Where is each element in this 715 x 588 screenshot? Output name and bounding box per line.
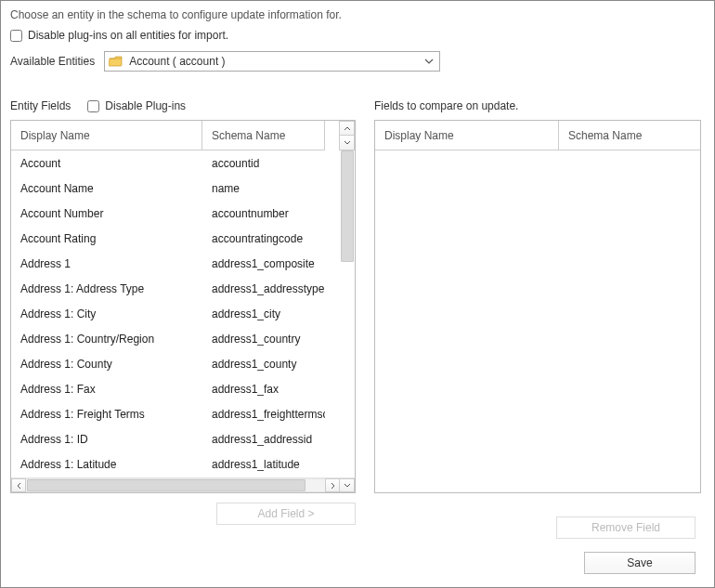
- hscroll-track[interactable]: [26, 478, 325, 492]
- disable-plugins-checkbox[interactable]: Disable Plug-ins: [87, 99, 186, 112]
- cell-schema-name: accountid: [202, 157, 325, 170]
- cell-display-name: Address 1: Country/Region: [11, 333, 202, 346]
- chevron-down-icon: [421, 59, 437, 64]
- cell-schema-name: address1_freighttermscod: [202, 408, 325, 421]
- cell-schema-name: accountratingcode: [202, 232, 325, 245]
- scroll-down-small-icon[interactable]: [339, 136, 355, 150]
- entity-fields-list: Display Name Schema Name: [10, 120, 356, 493]
- col-display-name[interactable]: Display Name: [375, 121, 559, 150]
- entity-selector-row: Available Entities Account ( account ): [10, 51, 705, 72]
- cell-schema-name: accountnumber: [202, 207, 325, 220]
- col-schema-name[interactable]: Schema Name: [559, 121, 700, 150]
- folder-icon: [109, 55, 124, 68]
- cell-schema-name: address1_country: [202, 333, 325, 346]
- cell-schema-name: address1_latitude: [202, 458, 325, 471]
- cell-display-name: Address 1: Fax: [11, 383, 202, 396]
- disable-all-plugins-label: Disable plug-ins on all entities for imp…: [28, 29, 228, 42]
- columns: Entity Fields Disable Plug-ins Display N…: [10, 98, 705, 525]
- table-row[interactable]: Address 1: Latitudeaddress1_latitude: [11, 451, 355, 477]
- cell-display-name: Address 1: Latitude: [11, 458, 202, 471]
- table-row[interactable]: Account Ratingaccountratingcode: [11, 226, 355, 251]
- cell-display-name: Address 1: City: [11, 307, 202, 320]
- entity-combobox[interactable]: Account ( account ): [104, 51, 440, 72]
- entity-fields-list-header: Display Name Schema Name: [11, 121, 355, 150]
- save-button[interactable]: Save: [584, 552, 696, 574]
- table-row[interactable]: Accountaccountid: [11, 150, 355, 176]
- scroll-up-icon[interactable]: [339, 121, 355, 136]
- entity-fields-vscroll: [339, 121, 355, 150]
- cell-display-name: Account Name: [11, 182, 202, 195]
- table-row[interactable]: Address 1: Freight Termsaddress1_freight…: [11, 401, 355, 426]
- cell-schema-name: address1_city: [202, 307, 325, 320]
- add-field-button-row: Add Field >: [10, 503, 356, 525]
- cell-display-name: Address 1: ID: [11, 433, 202, 446]
- cell-schema-name: address1_composite: [202, 257, 325, 270]
- hscroll-thumb[interactable]: [27, 479, 306, 491]
- hscroll-left-icon[interactable]: [11, 478, 26, 492]
- cell-display-name: Address 1: [11, 257, 202, 270]
- disable-all-plugins-checkbox[interactable]: Disable plug-ins on all entities for imp…: [10, 29, 705, 42]
- entity-fields-hscroll: [11, 477, 355, 492]
- disable-plugins-input[interactable]: [87, 100, 99, 112]
- table-row[interactable]: Address 1: IDaddress1_addressid: [11, 426, 355, 451]
- table-row[interactable]: Account Namename: [11, 176, 355, 201]
- table-row[interactable]: Account Numberaccountnumber: [11, 201, 355, 226]
- entity-fields-header: Entity Fields Disable Plug-ins: [10, 98, 356, 114]
- remove-field-button[interactable]: Remove Field: [556, 516, 696, 539]
- table-row[interactable]: Address 1: Countyaddress1_county: [11, 351, 355, 376]
- compare-fields-panel: Fields to compare on update. Display Nam…: [374, 98, 701, 493]
- entity-fields-list-body[interactable]: AccountaccountidAccount NamenameAccount …: [11, 150, 355, 477]
- compare-fields-title: Fields to compare on update.: [374, 99, 518, 112]
- cell-display-name: Address 1: County: [11, 358, 202, 371]
- cell-display-name: Address 1: Address Type: [11, 282, 202, 295]
- hscroll-right-icon[interactable]: [325, 478, 340, 492]
- disable-plugins-label: Disable Plug-ins: [105, 99, 186, 112]
- compare-fields-list: Display Name Schema Name: [374, 120, 701, 493]
- footer-buttons: Remove Field Save: [556, 516, 696, 574]
- cell-schema-name: address1_addresstypecod: [202, 282, 325, 295]
- cell-display-name: Account Number: [11, 207, 202, 220]
- table-row[interactable]: Address 1: Address Typeaddress1_addresst…: [11, 276, 355, 301]
- entity-selected-text: Account ( account ): [129, 55, 421, 68]
- compare-fields-header: Fields to compare on update.: [374, 98, 701, 114]
- hscroll-down-icon[interactable]: [340, 478, 355, 492]
- cell-display-name: Address 1: Freight Terms: [11, 408, 202, 421]
- available-entities-label: Available Entities: [10, 55, 95, 68]
- cell-schema-name: address1_addressid: [202, 433, 325, 446]
- table-row[interactable]: Address 1: Faxaddress1_fax: [11, 376, 355, 401]
- table-row[interactable]: Address 1: Cityaddress1_city: [11, 301, 355, 326]
- compare-fields-list-header: Display Name Schema Name: [375, 121, 700, 150]
- cell-schema-name: name: [202, 182, 325, 195]
- table-row[interactable]: Address 1: Country/Regionaddress1_countr…: [11, 326, 355, 351]
- entity-fields-panel: Entity Fields Disable Plug-ins Display N…: [10, 98, 356, 525]
- entity-fields-title: Entity Fields: [10, 99, 71, 112]
- cell-display-name: Account: [11, 157, 202, 170]
- intro-text: Choose an entity in the schema to config…: [10, 8, 705, 21]
- col-schema-name[interactable]: Schema Name: [202, 121, 325, 150]
- cell-schema-name: address1_fax: [202, 383, 325, 396]
- table-row[interactable]: Address 1address1_composite: [11, 251, 355, 276]
- cell-display-name: Account Rating: [11, 232, 202, 245]
- compare-fields-list-body[interactable]: [375, 150, 700, 492]
- configure-update-dialog: Choose an entity in the schema to config…: [0, 0, 715, 588]
- cell-schema-name: address1_county: [202, 358, 325, 371]
- add-field-button[interactable]: Add Field >: [216, 503, 356, 525]
- col-display-name[interactable]: Display Name: [11, 121, 202, 150]
- disable-all-plugins-input[interactable]: [10, 30, 22, 42]
